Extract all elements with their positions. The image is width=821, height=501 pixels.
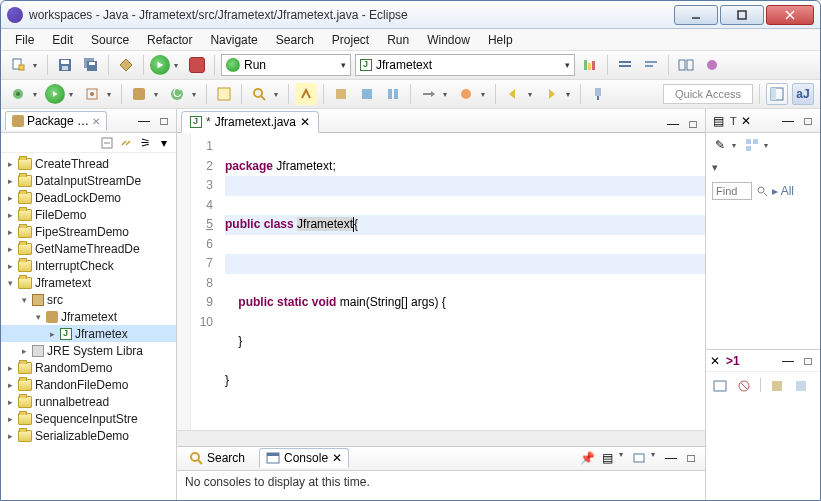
- save-all-button[interactable]: [80, 54, 102, 76]
- collapse-all-button[interactable]: [99, 135, 115, 151]
- maximize-button[interactable]: [720, 5, 764, 25]
- task-button-2[interactable]: [640, 54, 662, 76]
- new-task-button[interactable]: ✎: [712, 137, 728, 153]
- toggle-highlight-button[interactable]: [295, 83, 317, 105]
- editor-code-area[interactable]: package Jframetext; public class Jframet…: [219, 133, 705, 430]
- tree-item-src[interactable]: ▾src: [1, 291, 176, 308]
- tree-twisty[interactable]: ▾: [19, 295, 29, 305]
- perspective-indicator-1[interactable]: [675, 54, 697, 76]
- rb-icon-4[interactable]: [793, 378, 809, 394]
- console-minimize-button[interactable]: —: [663, 450, 679, 466]
- menu-window[interactable]: Window: [419, 31, 478, 49]
- launch-combo-drop[interactable]: ▾: [565, 60, 570, 70]
- editor-line-gutter[interactable]: 12345678910: [191, 133, 219, 430]
- tb2-btn-e[interactable]: [455, 83, 477, 105]
- task-button-1[interactable]: [614, 54, 636, 76]
- tree-twisty[interactable]: ▸: [5, 261, 15, 271]
- tree-twisty[interactable]: ▾: [5, 278, 15, 288]
- tree-twisty[interactable]: ▸: [5, 193, 15, 203]
- right-top-min[interactable]: —: [780, 113, 796, 129]
- ext-tools-button[interactable]: [81, 83, 103, 105]
- tree-twisty[interactable]: ▸: [5, 227, 15, 237]
- tree-item-createthread[interactable]: ▸CreateThread: [1, 155, 176, 172]
- tree-twisty[interactable]: ▸: [19, 346, 29, 356]
- rb-icon-3[interactable]: [769, 378, 785, 394]
- console-view-tab[interactable]: Console ✕: [259, 448, 349, 468]
- tree-item-jframetex[interactable]: ▸Jframetex: [1, 325, 176, 342]
- editor-tab-jframetext[interactable]: *Jframetext.java ✕: [181, 111, 319, 133]
- menu-refactor[interactable]: Refactor: [139, 31, 200, 49]
- menu-help[interactable]: Help: [480, 31, 521, 49]
- right-bottom-max[interactable]: □: [800, 353, 816, 369]
- tb2-btn-b[interactable]: [356, 83, 378, 105]
- tree-twisty[interactable]: ▸: [5, 210, 15, 220]
- tree-item-jresystemlibra[interactable]: ▸JRE System Libra: [1, 342, 176, 359]
- view-maximize-button[interactable]: □: [156, 113, 172, 129]
- search-view-tab[interactable]: Search: [183, 449, 251, 467]
- tree-item-runnalbetread[interactable]: ▸runnalbetread: [1, 393, 176, 410]
- debug-button[interactable]: [7, 83, 29, 105]
- rb-icon-2[interactable]: [736, 378, 752, 394]
- console-tab-close[interactable]: ✕: [332, 451, 342, 465]
- menu-navigate[interactable]: Navigate: [202, 31, 265, 49]
- tree-twisty[interactable]: ▸: [5, 397, 15, 407]
- package-tree[interactable]: ▸CreateThread▸DataInputStreamDe▸DeadLock…: [1, 153, 176, 500]
- tree-twisty[interactable]: ▸: [5, 363, 15, 373]
- open-perspective-button[interactable]: [766, 83, 788, 105]
- all-link[interactable]: ▸ All: [772, 184, 794, 198]
- categorize-button[interactable]: [744, 137, 760, 153]
- menu-run[interactable]: Run: [379, 31, 417, 49]
- tree-twisty[interactable]: ▸: [5, 176, 15, 186]
- run-last-button[interactable]: [45, 84, 65, 104]
- rb-icon-1[interactable]: [712, 378, 728, 394]
- stop-button[interactable]: [186, 54, 208, 76]
- tree-twisty[interactable]: ▾: [33, 312, 43, 322]
- new-class-button[interactable]: C: [166, 83, 188, 105]
- run-combo-drop[interactable]: ▾: [341, 60, 346, 70]
- view-minimize-button[interactable]: —: [136, 113, 152, 129]
- tree-item-randonfiledemo[interactable]: ▸RandonFileDemo: [1, 376, 176, 393]
- new-dropdown[interactable]: ▾: [33, 61, 41, 70]
- console-open-button[interactable]: [631, 450, 647, 466]
- tree-item-randomdemo[interactable]: ▸RandomDemo: [1, 359, 176, 376]
- editor-minimize-button[interactable]: —: [665, 116, 681, 132]
- back-button[interactable]: [502, 83, 524, 105]
- tb2-btn-a[interactable]: [330, 83, 352, 105]
- task-list-icon[interactable]: ▤: [710, 113, 726, 129]
- package-explorer-close[interactable]: ✕: [92, 116, 100, 127]
- tree-twisty[interactable]: ▸: [5, 380, 15, 390]
- menu-edit[interactable]: Edit: [44, 31, 81, 49]
- tree-item-getnamethreadde[interactable]: ▸GetNameThreadDe: [1, 240, 176, 257]
- editor-body[interactable]: 12345678910 package Jframetext; public c…: [177, 133, 705, 430]
- tree-item-jframetext[interactable]: ▾Jframetext: [1, 274, 176, 291]
- menu-project[interactable]: Project: [324, 31, 377, 49]
- tree-item-datainputstreamde[interactable]: ▸DataInputStreamDe: [1, 172, 176, 189]
- rb-close[interactable]: ✕: [710, 354, 720, 368]
- run-dropdown[interactable]: ▾: [174, 61, 182, 70]
- menu-source[interactable]: Source: [83, 31, 137, 49]
- quick-access-field[interactable]: Quick Access: [663, 84, 753, 104]
- editor-hscrollbar[interactable]: [177, 430, 705, 446]
- perspective-indicator-2[interactable]: [701, 54, 723, 76]
- tree-item-fipestreamdemo[interactable]: ▸FipeStreamDemo: [1, 223, 176, 240]
- link-editor-button[interactable]: [118, 135, 134, 151]
- task-find-input[interactable]: [712, 182, 752, 200]
- minimize-button[interactable]: [674, 5, 718, 25]
- save-button[interactable]: [54, 54, 76, 76]
- new-package-button[interactable]: [128, 83, 150, 105]
- titlebar[interactable]: workspaces - Java - Jframetext/src/Jfram…: [1, 1, 820, 29]
- view-menu-button[interactable]: ▾: [156, 135, 172, 151]
- right-top-max[interactable]: □: [800, 113, 816, 129]
- coverage-button[interactable]: [579, 54, 601, 76]
- tree-twisty[interactable]: ▸: [47, 329, 57, 339]
- build-button[interactable]: [115, 54, 137, 76]
- tree-twisty[interactable]: ▸: [5, 244, 15, 254]
- editor-fold-column[interactable]: [177, 133, 191, 430]
- tree-item-filedemo[interactable]: ▸FileDemo: [1, 206, 176, 223]
- tree-twisty[interactable]: ▸: [5, 159, 15, 169]
- run-button-icon[interactable]: [150, 55, 170, 75]
- forward-button[interactable]: [540, 83, 562, 105]
- tree-item-deadlockdemo[interactable]: ▸DeadLockDemo: [1, 189, 176, 206]
- launch-combo[interactable]: Jframetext ▾: [355, 54, 575, 76]
- package-explorer-tab[interactable]: Package … ✕: [5, 111, 107, 130]
